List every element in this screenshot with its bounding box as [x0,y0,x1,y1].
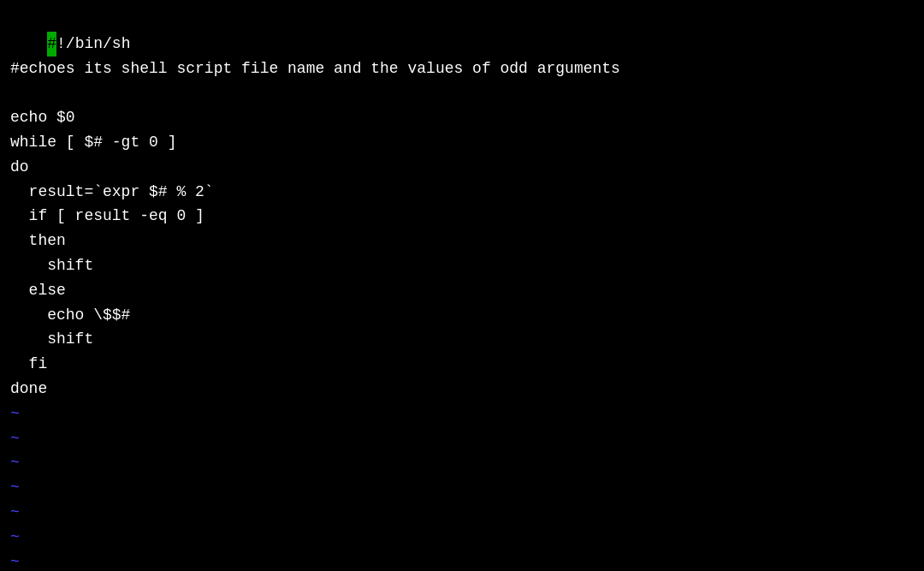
line-7: if [ result -eq 0 ] [10,207,204,224]
line-12: shift [10,330,93,348]
line-1: #!/bin/sh [47,35,130,52]
line-5: do [10,158,29,175]
line-11: echo \$$# [10,306,130,324]
tilde-3: ~ [10,454,20,471]
tilde-5: ~ [10,503,20,520]
line-2: #echoes its shell script file name and t… [10,60,620,77]
tilde-1: ~ [10,405,20,422]
line-13: fi [10,355,47,372]
tilde-6: ~ [10,528,20,545]
line-14: done [10,380,47,397]
line-10: else [10,282,66,299]
tilde-2: ~ [10,430,20,447]
terminal-window[interactable]: #!/bin/sh #echoes its shell script file … [0,0,924,571]
line-4: while [ $# -gt 0 ] [10,134,176,151]
line-9: shift [10,257,93,274]
tilde-4: ~ [10,479,20,496]
line-6: result=`expr $# % 2` [10,183,214,200]
code-content: #!/bin/sh #echoes its shell script file … [10,7,914,571]
tilde-7: ~ [10,553,20,570]
cursor: # [47,32,56,57]
line-8: then [10,232,66,249]
line-3: echo $0 [10,109,75,126]
